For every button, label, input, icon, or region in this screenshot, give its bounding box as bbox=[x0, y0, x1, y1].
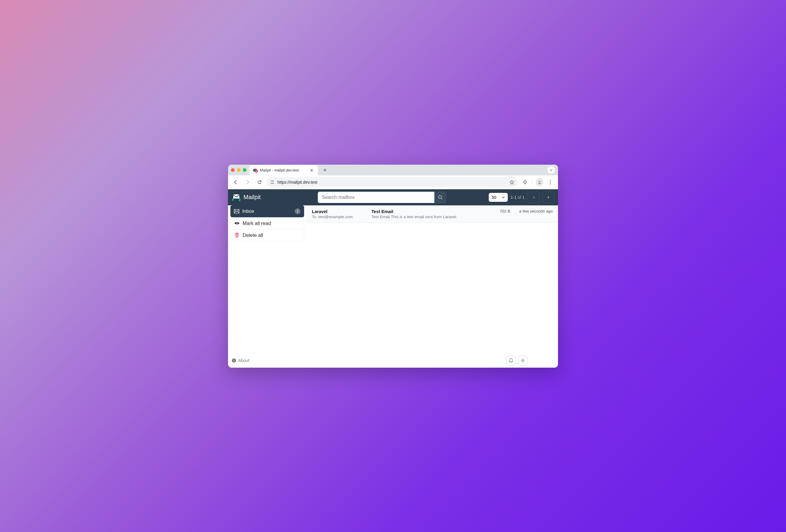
browser-tab[interactable]: 1 Mailpit - mailpit.dev.test bbox=[249, 165, 318, 175]
sidebar-item-inbox[interactable]: Inbox 1 bbox=[230, 205, 304, 217]
app-body: Inbox 1 Mark all read Delete all bbox=[228, 205, 558, 353]
mailpit-favicon-icon: 1 bbox=[253, 168, 258, 173]
svg-point-10 bbox=[550, 180, 551, 181]
inbox-label: Inbox bbox=[242, 208, 254, 214]
site-settings-icon[interactable] bbox=[270, 180, 274, 184]
message-from: Laravel To: test@example.com bbox=[312, 209, 365, 219]
chevron-down-icon bbox=[502, 196, 505, 198]
header-right: 50 1-1 of 1 bbox=[489, 192, 554, 203]
message-time: a few seconds ago bbox=[519, 209, 553, 213]
eye-icon bbox=[234, 222, 239, 225]
prev-page-button[interactable] bbox=[528, 192, 539, 203]
forward-button[interactable] bbox=[243, 178, 252, 187]
page-size-select[interactable]: 50 bbox=[489, 193, 508, 202]
tab-strip: 1 Mailpit - mailpit.dev.test bbox=[228, 165, 558, 175]
caret-right-icon bbox=[547, 196, 550, 199]
svg-point-11 bbox=[550, 182, 551, 183]
bell-icon bbox=[509, 358, 513, 363]
close-window-button[interactable] bbox=[231, 168, 235, 172]
from-name: Laravel bbox=[312, 209, 365, 214]
svg-point-8 bbox=[272, 183, 273, 184]
search-input[interactable] bbox=[318, 192, 434, 203]
svg-text:1: 1 bbox=[256, 170, 257, 172]
search-icon bbox=[438, 195, 443, 200]
pagination-total: 1 bbox=[522, 195, 525, 200]
sidebar: Inbox 1 Mark all read Delete all bbox=[228, 205, 306, 353]
envelope-icon bbox=[234, 209, 239, 213]
footer-buttons bbox=[506, 356, 528, 365]
extensions-button[interactable] bbox=[520, 178, 530, 187]
browser-chrome: 1 Mailpit - mailpit.dev.test bbox=[228, 165, 558, 189]
svg-point-12 bbox=[550, 183, 551, 184]
sidebar-actions: Mark all read Delete all bbox=[230, 217, 304, 241]
message-list: Laravel To: test@example.com Test Email … bbox=[306, 205, 558, 353]
bookmark-icon[interactable] bbox=[510, 180, 514, 185]
to-line: To: test@example.com bbox=[312, 214, 365, 219]
browser-toolbar: https://mailpit.dev.test bbox=[228, 175, 558, 189]
inbox-count-badge: 1 bbox=[295, 208, 301, 214]
tab-list-button[interactable] bbox=[547, 166, 555, 174]
toolbar-divider bbox=[532, 180, 532, 185]
address-bar[interactable]: https://mailpit.dev.test bbox=[267, 177, 518, 187]
caret-left-icon bbox=[532, 196, 535, 199]
profile-button[interactable] bbox=[535, 178, 544, 187]
pagination-info: 1-1 of 1 bbox=[511, 195, 525, 200]
search-container bbox=[318, 192, 446, 203]
maximize-window-button[interactable] bbox=[243, 168, 247, 172]
message-row[interactable]: Laravel To: test@example.com Test Email … bbox=[306, 205, 558, 223]
brand-text: Mailpit bbox=[244, 194, 261, 201]
svg-point-21 bbox=[522, 360, 524, 361]
notifications-button[interactable] bbox=[506, 356, 516, 365]
mailpit-app: Mailpit 50 1-1 of 1 bbox=[228, 189, 558, 368]
next-page-button[interactable] bbox=[542, 192, 554, 203]
svg-point-19 bbox=[234, 359, 234, 360]
mailpit-logo-icon bbox=[232, 192, 241, 202]
message-size: 702 B bbox=[500, 209, 510, 213]
svg-rect-13 bbox=[233, 194, 239, 199]
pagination-range: 1-1 bbox=[511, 195, 517, 200]
mark-all-read-button[interactable]: Mark all read bbox=[231, 217, 304, 229]
close-tab-button[interactable] bbox=[309, 168, 314, 172]
svg-point-14 bbox=[438, 195, 441, 199]
back-button[interactable] bbox=[231, 178, 240, 187]
search-button[interactable] bbox=[434, 192, 446, 203]
url-text: https://mailpit.dev.test bbox=[277, 180, 317, 185]
settings-button[interactable] bbox=[518, 356, 528, 365]
new-tab-button[interactable] bbox=[321, 167, 329, 173]
about-label: About bbox=[238, 358, 249, 363]
brand[interactable]: Mailpit bbox=[232, 192, 261, 202]
subject-preview: Test Email This is a test email sent fro… bbox=[371, 214, 494, 219]
svg-rect-15 bbox=[234, 209, 239, 213]
menu-button[interactable] bbox=[546, 178, 555, 187]
svg-point-5 bbox=[272, 180, 273, 181]
info-icon bbox=[232, 358, 236, 363]
svg-rect-20 bbox=[234, 360, 234, 362]
delete-all-label: Delete all bbox=[242, 232, 263, 238]
svg-point-9 bbox=[539, 181, 540, 182]
message-meta: 702 B a few seconds ago bbox=[500, 209, 553, 219]
toolbar-right bbox=[520, 178, 555, 187]
page-size-value: 50 bbox=[492, 195, 496, 200]
subject-title: Test Email bbox=[371, 209, 494, 214]
app-header: Mailpit 50 1-1 of 1 bbox=[228, 189, 558, 205]
message-subject: Test Email Test Email This is a test ema… bbox=[371, 209, 494, 219]
minimize-window-button[interactable] bbox=[237, 168, 240, 172]
mark-all-read-label: Mark all read bbox=[242, 221, 271, 226]
gear-icon bbox=[521, 358, 525, 363]
window-controls bbox=[231, 168, 247, 172]
about-link[interactable]: About bbox=[232, 358, 249, 363]
trash-icon bbox=[234, 233, 239, 237]
svg-point-17 bbox=[237, 223, 237, 224]
reload-button[interactable] bbox=[255, 178, 264, 187]
tab-title: Mailpit - mailpit.dev.test bbox=[260, 168, 299, 172]
app-footer: About bbox=[228, 353, 558, 368]
browser-window: 1 Mailpit - mailpit.dev.test bbox=[228, 165, 558, 368]
delete-all-button[interactable]: Delete all bbox=[231, 229, 304, 241]
